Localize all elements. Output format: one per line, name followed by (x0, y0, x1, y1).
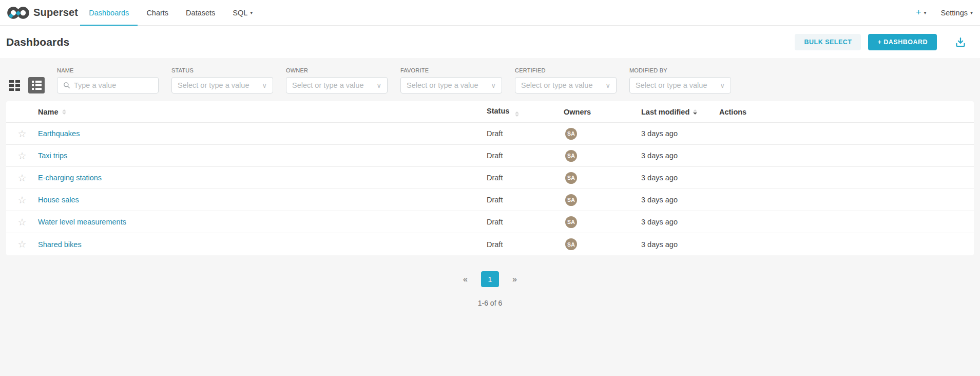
navbar-right: + ▾ Settings ▾ (916, 0, 973, 25)
superset-logo-icon (6, 5, 30, 21)
name-search-box (57, 77, 159, 93)
column-header-owners: Owners (564, 108, 641, 116)
modified-by-select[interactable]: Select or type a value ∨ (629, 77, 731, 93)
superset-brand[interactable]: Superset (6, 0, 78, 25)
select-placeholder: Select or type a value (636, 81, 716, 89)
last-modified-cell: 3 days ago (641, 129, 719, 138)
select-placeholder: Select or type a value (521, 81, 602, 89)
dashboard-link[interactable]: Taxi trips (38, 152, 67, 160)
list-view-toggle[interactable] (28, 77, 45, 93)
nav-tab-datasets[interactable]: Datasets (177, 0, 224, 25)
brand-name: Superset (33, 7, 78, 18)
owner-avatar[interactable]: SA (565, 238, 577, 250)
filter-bar: NAME STATUS Select or type a value ∨ OWN… (57, 67, 731, 93)
status-cell: Draft (487, 240, 564, 249)
favorite-star-icon[interactable]: ☆ (17, 239, 26, 249)
main-navigation: Dashboards Charts Datasets SQL ▾ (80, 0, 261, 25)
chevron-down-icon: ▾ (970, 10, 973, 15)
status-cell: Draft (487, 196, 564, 204)
import-dashboards-button[interactable] (955, 36, 966, 48)
owner-select[interactable]: Select or type a value ∨ (286, 77, 388, 93)
filter-certified: CERTIFIED Select or type a value ∨ (515, 67, 617, 93)
grid-view-icon (9, 80, 20, 91)
filter-label: NAME (57, 67, 159, 73)
dashboard-link[interactable]: Earthquakes (38, 129, 80, 138)
column-header-status[interactable]: Status (487, 107, 564, 117)
content-area: NAME STATUS Select or type a value ∨ OWN… (0, 58, 980, 376)
owner-avatar[interactable]: SA (565, 128, 577, 140)
name-search-input[interactable] (74, 81, 152, 89)
dashboard-link[interactable]: House sales (38, 196, 79, 204)
favorite-star-icon[interactable]: ☆ (17, 151, 26, 161)
filter-status: STATUS Select or type a value ∨ (171, 67, 273, 93)
last-modified-cell: 3 days ago (641, 218, 719, 226)
new-item-menu-button[interactable]: + ▾ (916, 7, 927, 18)
table-row: ☆ House sales Draft SA 3 days ago (6, 189, 974, 211)
current-page-button[interactable]: 1 (481, 271, 499, 287)
sort-icon (515, 111, 519, 117)
filter-favorite: FAVORITE Select or type a value ∨ (400, 67, 502, 93)
next-page-button[interactable]: » (508, 275, 522, 284)
chevron-down-icon: ∨ (720, 82, 725, 89)
status-select[interactable]: Select or type a value ∨ (171, 77, 273, 93)
nav-tab-charts[interactable]: Charts (138, 0, 177, 25)
nav-tab-label: Datasets (186, 9, 215, 17)
filter-name: NAME (57, 67, 159, 93)
filter-label: MODIFIED BY (629, 67, 731, 73)
settings-menu-button[interactable]: Settings ▾ (941, 9, 973, 17)
chevron-down-icon: ▾ (924, 10, 927, 15)
nav-tab-dashboards[interactable]: Dashboards (80, 0, 138, 25)
table-row: ☆ Shared bikes Draft SA 3 days ago (6, 233, 974, 255)
table-row: ☆ Earthquakes Draft SA 3 days ago (6, 123, 974, 145)
nav-tab-label: Charts (146, 9, 168, 17)
chevron-down-icon: ∨ (491, 82, 496, 89)
nav-tab-sql[interactable]: SQL ▾ (224, 0, 261, 25)
dashboard-link[interactable]: Shared bikes (38, 240, 82, 249)
list-view-icon (32, 81, 42, 90)
page-header: Dashboards BULK SELECT + DASHBOARD (0, 26, 980, 58)
favorite-star-icon[interactable]: ☆ (17, 217, 26, 227)
owner-avatar[interactable]: SA (565, 194, 577, 206)
list-toolbar: NAME STATUS Select or type a value ∨ OWN… (0, 58, 980, 101)
favorite-star-icon[interactable]: ☆ (17, 129, 26, 139)
owner-avatar[interactable]: SA (565, 150, 577, 162)
settings-label: Settings (941, 9, 968, 17)
bulk-select-button[interactable]: BULK SELECT (795, 34, 861, 50)
chevron-down-icon: ▾ (250, 10, 253, 15)
table-header-row: Name Status Owners Last modified Actions (6, 101, 974, 123)
select-placeholder: Select or type a value (407, 81, 487, 89)
table-row: ☆ Taxi trips Draft SA 3 days ago (6, 145, 974, 167)
favorite-star-icon[interactable]: ☆ (17, 173, 26, 183)
pagination-summary: 1-6 of 6 (0, 299, 980, 307)
column-header-name[interactable]: Name (38, 108, 487, 116)
owner-avatar[interactable]: SA (565, 216, 577, 228)
select-placeholder: Select or type a value (292, 81, 373, 89)
download-icon (955, 36, 966, 48)
filter-label: CERTIFIED (515, 67, 617, 73)
status-cell: Draft (487, 218, 564, 226)
favorite-star-icon[interactable]: ☆ (17, 195, 26, 205)
dashboard-link[interactable]: E-charging stations (38, 174, 102, 182)
owner-avatar[interactable]: SA (565, 172, 577, 184)
card-view-toggle[interactable] (6, 77, 23, 93)
certified-select[interactable]: Select or type a value ∨ (515, 77, 617, 93)
nav-tab-label: Dashboards (89, 9, 129, 17)
dashboard-link[interactable]: Water level measurements (38, 218, 126, 226)
previous-page-button[interactable]: « (458, 275, 472, 284)
chevron-down-icon: ∨ (376, 82, 381, 89)
add-dashboard-button[interactable]: + DASHBOARD (868, 34, 937, 50)
nav-tab-label: SQL (233, 9, 247, 17)
plus-icon: + (916, 7, 921, 18)
table-row: ☆ Water level measurements Draft SA 3 da… (6, 211, 974, 233)
search-icon (63, 82, 70, 89)
last-modified-cell: 3 days ago (641, 152, 719, 160)
select-placeholder: Select or type a value (178, 81, 258, 89)
column-header-actions: Actions (719, 108, 974, 116)
top-navbar: Superset Dashboards Charts Datasets SQL … (0, 0, 980, 26)
column-header-last-modified[interactable]: Last modified (641, 108, 719, 116)
last-modified-cell: 3 days ago (641, 196, 719, 204)
filter-owner: OWNER Select or type a value ∨ (286, 67, 388, 93)
status-cell: Draft (487, 174, 564, 182)
favorite-select[interactable]: Select or type a value ∨ (400, 77, 502, 93)
view-mode-toggles (6, 77, 45, 93)
